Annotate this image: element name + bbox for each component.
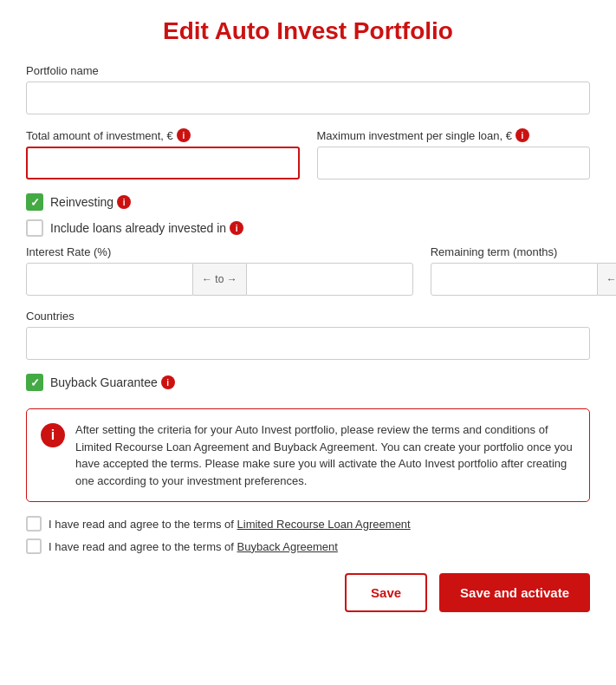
reinvesting-info-icon[interactable]: i xyxy=(117,195,131,209)
interest-rate-max-input[interactable] xyxy=(246,263,413,296)
interest-rate-range: ← to → xyxy=(26,263,413,296)
portfolio-name-label: Portfolio name xyxy=(26,64,590,77)
agreement-1-row: I have read and agree to the terms of Li… xyxy=(26,516,590,532)
interest-rate-col: Interest Rate (%) ← to → xyxy=(26,245,413,296)
info-box: i After setting the criteria for your Au… xyxy=(26,408,590,502)
agreement-2-row: I have read and agree to the terms of Bu… xyxy=(26,538,590,554)
reinvesting-row: Reinvesting i xyxy=(26,193,590,211)
countries-label: Countries xyxy=(26,310,590,323)
countries-section: Countries xyxy=(26,310,590,360)
interest-rate-min-input[interactable] xyxy=(26,263,193,296)
agreement-1-link[interactable]: Limited Recourse Loan Agreement xyxy=(237,518,411,531)
save-and-activate-button[interactable]: Save and activate xyxy=(439,573,590,612)
save-button[interactable]: Save xyxy=(345,573,427,612)
rate-term-section: Interest Rate (%) ← to → Remaining term … xyxy=(26,245,590,296)
include-loans-row: Include loans already invested in i xyxy=(26,219,590,237)
buyback-info-icon[interactable]: i xyxy=(161,375,175,389)
total-investment-info-icon[interactable]: i xyxy=(177,128,191,142)
include-loans-checkbox[interactable] xyxy=(26,219,43,237)
interest-rate-sep: ← to → xyxy=(193,263,246,296)
investment-amounts-section: Total amount of investment, € i Maximum … xyxy=(26,128,590,179)
reinvesting-checkbox[interactable] xyxy=(26,193,43,211)
page-title: Edit Auto Invest Portfolio xyxy=(26,17,590,45)
total-investment-label: Total amount of investment, € i xyxy=(26,128,300,142)
agreement-2-link[interactable]: Buyback Agreement xyxy=(237,540,338,553)
max-investment-info-icon[interactable]: i xyxy=(515,128,529,142)
agreement-1-prefix: I have read and agree to the terms of xyxy=(49,518,237,531)
remaining-term-min-input[interactable] xyxy=(431,263,598,296)
button-row: Save Save and activate xyxy=(26,573,590,612)
portfolio-name-section: Portfolio name xyxy=(26,64,590,114)
remaining-term-label: Remaining term (months) xyxy=(431,245,616,258)
countries-input[interactable] xyxy=(26,327,590,360)
total-investment-col: Total amount of investment, € i xyxy=(26,128,300,179)
info-box-text: After setting the criteria for your Auto… xyxy=(75,421,575,489)
buyback-row: Buyback Guarantee i xyxy=(26,374,590,391)
info-box-icon: i xyxy=(41,423,65,447)
remaining-term-col: Remaining term (months) ← to → xyxy=(431,245,616,296)
include-loans-info-icon[interactable]: i xyxy=(230,221,243,235)
agreement-2-checkbox[interactable] xyxy=(26,538,42,554)
portfolio-name-input[interactable] xyxy=(26,82,590,114)
remaining-term-range: ← to → xyxy=(431,263,616,296)
agreement-2-prefix: I have read and agree to the terms of xyxy=(49,540,237,553)
buyback-checkbox[interactable] xyxy=(26,374,43,391)
max-investment-input[interactable] xyxy=(317,147,591,179)
max-investment-label: Maximum investment per single loan, € i xyxy=(317,128,591,142)
remaining-term-sep: ← to → xyxy=(598,263,616,296)
max-investment-col: Maximum investment per single loan, € i xyxy=(317,128,591,179)
interest-rate-label: Interest Rate (%) xyxy=(26,245,413,258)
total-investment-input[interactable] xyxy=(26,147,300,179)
agreement-1-checkbox[interactable] xyxy=(26,516,42,532)
